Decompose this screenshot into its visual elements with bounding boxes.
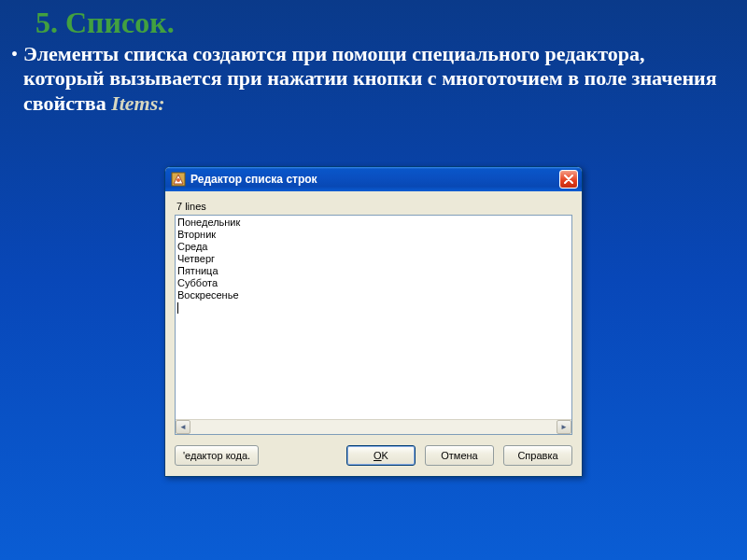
- bullet-icon: •: [11, 42, 18, 66]
- dialog-body: 7 lines Понедельник Вторник Среда Четвер…: [165, 191, 582, 435]
- code-editor-button[interactable]: 'едактор кода.: [175, 445, 259, 466]
- help-button[interactable]: Справка: [503, 445, 572, 466]
- slide-title: 5. Список.: [0, 0, 747, 40]
- scroll-right-button[interactable]: ►: [557, 420, 571, 434]
- titlebar[interactable]: Редактор списка строк: [165, 167, 582, 191]
- body-italic: Items:: [111, 91, 164, 115]
- svg-point-1: [176, 178, 180, 182]
- close-icon: [564, 175, 573, 184]
- text-editor[interactable]: Понедельник Вторник Среда Четверг Пятниц…: [175, 215, 572, 435]
- scroll-left-button[interactable]: ◄: [176, 420, 190, 434]
- cancel-button[interactable]: Отмена: [425, 445, 494, 466]
- ok-button[interactable]: OK: [346, 445, 416, 466]
- button-row: 'едактор кода. OK Отмена Справка: [165, 435, 582, 476]
- horizontal-scrollbar[interactable]: ◄ ►: [176, 419, 571, 434]
- scroll-track[interactable]: [190, 420, 557, 434]
- ok-mnemonic: O: [374, 450, 382, 461]
- text-caret: [177, 302, 178, 314]
- editor-content[interactable]: Понедельник Вторник Среда Четверг Пятниц…: [176, 216, 571, 419]
- ok-rest: K: [382, 450, 388, 461]
- lines-count-label: 7 lines: [176, 201, 572, 212]
- body-text: Элементы списка создаются при помощи спе…: [23, 42, 728, 116]
- delphi-icon: [171, 172, 186, 187]
- slide-body: • Элементы списка создаются при помощи с…: [0, 40, 747, 116]
- dialog-title: Редактор списка строк: [190, 173, 559, 186]
- string-list-editor-dialog: Редактор списка строк 7 lines Понедельни…: [164, 166, 583, 477]
- close-button[interactable]: [559, 170, 578, 189]
